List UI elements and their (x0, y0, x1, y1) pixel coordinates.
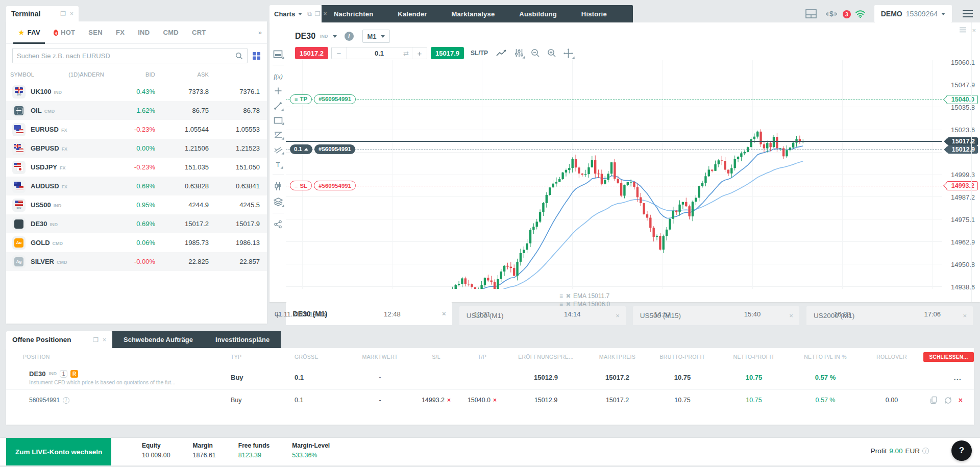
close-all-button[interactable]: SCHLIESSEN... (923, 352, 974, 362)
channel-icon[interactable] (274, 145, 283, 154)
watchlist-tab-fav[interactable]: ★FAV (11, 21, 47, 44)
indicators-icon[interactable] (514, 48, 524, 58)
watchlist-tab-crt[interactable]: CRT (185, 21, 213, 44)
row-bid[interactable]: 1.05544 (155, 126, 209, 133)
drag-handle-icon[interactable]: ≡ (559, 292, 563, 300)
open-positions-tab[interactable]: Offene Positionen ❐ × (6, 331, 112, 348)
watchlist-row[interactable]: GBPUSDFX0.00%1.215061.21523 (6, 139, 267, 158)
position-group-row[interactable]: DE30 IND 1 R Instument CFD which price i… (6, 365, 974, 390)
terminal-window-tab[interactable]: Terminal ❐ × (6, 6, 79, 21)
position-tag[interactable]: 0.1 #560954991 (290, 144, 355, 154)
remove-sl-icon[interactable]: × (447, 397, 451, 404)
position-order-row[interactable]: 560954991 i Buy 0.1 - 14993.2× 15040.0× … (6, 390, 974, 410)
row-bid[interactable]: 15017.2 (155, 220, 209, 228)
remove-ema-icon[interactable]: ✚ (564, 291, 573, 300)
price-tag-green[interactable]: 15040.0 (946, 95, 978, 104)
grid-icon[interactable] (252, 52, 261, 60)
open-price-line[interactable] (286, 150, 942, 150)
qty-minus-button[interactable]: − (332, 47, 346, 59)
price-tag-red[interactable]: 14993.2 (946, 181, 978, 190)
workspace-icon[interactable] (805, 9, 817, 18)
fibonacci-icon[interactable]: F (274, 131, 283, 139)
watchlist-row[interactable]: AgSILVERCMD-0.00%22.82522.857 (6, 252, 267, 271)
reverse-order-icon[interactable] (944, 397, 952, 404)
charts-window-tab[interactable]: Charts ⧉ ❐ × (270, 5, 322, 22)
row-bid[interactable]: 151.035 (155, 163, 209, 171)
search-box[interactable] (12, 48, 248, 63)
nav-item-historie[interactable]: Historie (569, 5, 619, 22)
row-ask[interactable]: 1.05553 (209, 126, 260, 133)
row-ask[interactable]: 1.21523 (209, 144, 260, 152)
terminal-maximize-icon[interactable]: ❐ (60, 11, 66, 17)
row-bid[interactable]: 22.825 (155, 258, 209, 265)
nav-item-marktanalyse[interactable]: Marktanalyse (439, 5, 507, 22)
menu-icon[interactable] (961, 8, 975, 19)
search-icon[interactable] (235, 52, 243, 60)
watchlist-tab-hot[interactable]: HOT (47, 21, 82, 44)
sltp-button[interactable]: SL/TP (471, 50, 488, 57)
text-tool-icon[interactable]: T (274, 160, 282, 168)
positions-maximize-icon[interactable]: ❐ (93, 337, 99, 343)
nav-item-nachrichten[interactable]: Nachrichten (322, 5, 385, 22)
rectangle-icon[interactable] (274, 117, 283, 124)
watchlist-row[interactable]: AUDUSDFX0.69%0.638280.63841 (6, 177, 267, 195)
buy-button[interactable]: 15017.9 (431, 47, 464, 59)
nav-item-kalender[interactable]: Kalender (385, 5, 439, 22)
watchlist-tab-fx[interactable]: FX (109, 21, 131, 44)
row-ask[interactable]: 151.050 (209, 163, 260, 171)
row-bid[interactable]: 86.75 (155, 107, 209, 114)
chart-type-icon[interactable] (274, 182, 282, 191)
order-info-icon[interactable]: i (63, 397, 69, 404)
row-ask[interactable]: 15017.9 (209, 220, 260, 228)
charts-maximize-icon[interactable]: ❐ (315, 11, 321, 17)
terminal-close-icon[interactable]: × (70, 11, 74, 17)
chart-display-icon[interactable] (273, 50, 283, 58)
watchlist-row[interactable]: DE30IND0.69%15017.215017.9 (6, 214, 267, 233)
price-axis[interactable]: 15060.115047.915035.815023.614999.314987… (942, 22, 980, 302)
row-bid[interactable]: 7373.8 (155, 88, 209, 95)
row-ask[interactable]: 22.857 (209, 258, 260, 265)
group-more-button[interactable]: ... (922, 373, 974, 382)
chart-canvas[interactable] (286, 60, 942, 289)
watchlist-tab-ind[interactable]: IND (131, 21, 156, 44)
quotes-icon[interactable]: $ (825, 9, 838, 18)
timeframe-select[interactable]: M1 (362, 30, 390, 43)
chevron-double-right-icon[interactable]: » (258, 29, 262, 36)
sell-button[interactable]: 15017.2 (295, 47, 328, 59)
qty-input[interactable] (347, 50, 412, 57)
row-ask[interactable]: 7376.1 (209, 88, 260, 95)
row-bid[interactable]: 1.21506 (155, 144, 209, 152)
pan-icon[interactable] (564, 48, 573, 58)
watchlist-row[interactable]: 500US500IND0.95%4244.94245.5 (6, 195, 267, 214)
help-button[interactable]: ? (951, 440, 972, 461)
watchlist-row[interactable]: OILCMD1.62%86.7586.78 (6, 101, 267, 120)
watchlist-row[interactable]: AuGOLDCMD0.06%1985.731986.13 (6, 233, 267, 252)
watchlist-row[interactable]: 100UK100IND0.43%7373.87376.1 (6, 82, 267, 101)
layers-icon[interactable] (274, 198, 283, 206)
nav-item-ausbildung[interactable]: Ausbildung (507, 5, 569, 22)
close-tab-icon[interactable]: × (963, 312, 967, 319)
row-ask[interactable]: 1986.13 (209, 239, 260, 247)
positions-tab-investitionspläne[interactable]: Investitionspläne (204, 331, 281, 348)
row-ask[interactable]: 4245.5 (209, 201, 260, 209)
take-profit-tag[interactable]: ≡TP #560954991 (290, 94, 356, 104)
symbol-dropdown-icon[interactable] (333, 35, 337, 38)
remove-tp-icon[interactable]: × (493, 397, 497, 404)
trend-mode-icon[interactable] (496, 49, 507, 57)
chart-settings-icon[interactable] (959, 27, 967, 34)
trendline-icon[interactable] (274, 102, 282, 110)
candlestick-chart[interactable] (286, 60, 942, 289)
close-position-icon[interactable]: × (959, 396, 963, 404)
account-selector[interactable]: DEMO 15309264 (874, 5, 952, 22)
row-ask[interactable]: 0.63841 (209, 182, 260, 190)
charts-popout-icon[interactable]: ⧉ (307, 11, 312, 17)
add-icon[interactable] (274, 87, 282, 95)
switch-to-live-button[interactable]: Zum LIVE-Konto wechseln (6, 438, 111, 465)
time-axis[interactable]: 01.11.2023 12:0512:4813:3114:1414:5715:4… (270, 310, 943, 322)
row-bid[interactable]: 4244.9 (155, 201, 209, 209)
charts-close-icon[interactable]: × (324, 11, 327, 17)
wifi-icon[interactable] (855, 10, 866, 18)
chart-close-icon[interactable]: × (972, 27, 976, 34)
remove-ema-icon[interactable]: ✚ (564, 300, 573, 308)
qty-plus-button[interactable]: + (412, 47, 427, 59)
